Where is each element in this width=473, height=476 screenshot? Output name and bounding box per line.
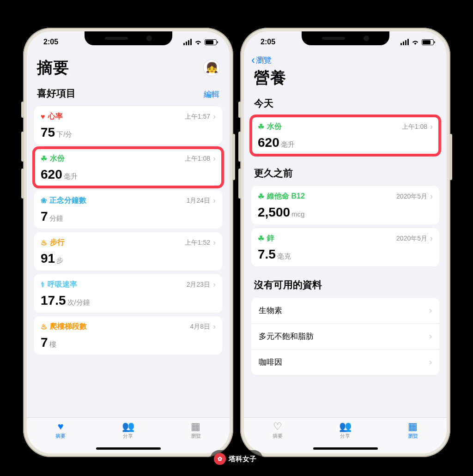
signal-icon: [183, 39, 192, 45]
category-label: 維他命 B12: [267, 192, 305, 201]
wifi-icon: [194, 39, 202, 45]
category-icon: ☘: [258, 234, 264, 243]
back-button[interactable]: ‹ 瀏覽: [244, 53, 447, 66]
card-left-1[interactable]: ☘水份上午1:08›620毫升: [34, 148, 222, 187]
grid-icon: ▦: [191, 422, 200, 432]
nodata-row[interactable]: 咖啡因›: [251, 349, 439, 375]
card-earlier-0[interactable]: ☘維他命 B122020年5月›2,500mcg: [251, 186, 439, 224]
tab-browse[interactable]: ▦ 瀏覽: [175, 422, 217, 440]
tab-share-label: 分享: [340, 433, 350, 440]
nutrition-scroll[interactable]: 今天 ☘水份上午1:08›620毫升 更久之前 ☘維他命 B122020年5月›…: [244, 92, 447, 417]
page-title: 營養: [254, 67, 286, 89]
edit-button[interactable]: 編輯: [204, 89, 219, 100]
tab-summary[interactable]: ♡ 摘要: [257, 422, 298, 440]
card-unit: 分鐘: [49, 214, 63, 223]
card-left-3[interactable]: ♨步行上午1:52›91步: [34, 232, 222, 271]
card-value: 7.5: [258, 247, 276, 262]
tab-browse[interactable]: ▦ 瀏覽: [392, 422, 434, 440]
card-time: 4月8日: [190, 323, 210, 331]
category-icon: ❀: [41, 196, 47, 205]
card-left-2[interactable]: ❀正念分鐘數1月24日›7分鐘: [34, 190, 222, 229]
card-value: 620: [41, 167, 62, 182]
chevron-right-icon: ›: [429, 357, 432, 367]
notch: [302, 31, 389, 45]
card-today-0[interactable]: ☘水份上午1:08›620毫升: [251, 116, 439, 155]
category-icon: ⚕: [41, 280, 45, 289]
category-label: 水份: [267, 122, 282, 132]
tab-share[interactable]: 👥 分享: [107, 422, 149, 440]
card-unit: 毫升: [281, 140, 295, 149]
card-earlier-1[interactable]: ☘鋅2020年5月›7.5毫克: [251, 228, 439, 266]
card-unit: 步: [56, 256, 63, 265]
chevron-right-icon: ›: [213, 322, 216, 331]
tab-share-label: 分享: [123, 433, 133, 440]
chevron-right-icon: ›: [213, 280, 216, 289]
people-icon: 👥: [122, 422, 134, 432]
heart-icon: ♥: [58, 422, 64, 432]
favorites-header: 喜好項目: [37, 87, 76, 100]
chevron-right-icon: ›: [429, 306, 432, 315]
card-unit: mcg: [291, 210, 304, 218]
nodata-row[interactable]: 多元不飽和脂肪›: [251, 324, 439, 349]
home-indicator[interactable]: [313, 447, 378, 450]
signal-icon: [400, 39, 409, 45]
category-label: 心率: [48, 112, 63, 121]
card-value: 75: [41, 125, 55, 140]
card-value: 7: [41, 335, 48, 350]
category-label: 爬樓梯段數: [50, 322, 87, 331]
wifi-icon: [411, 39, 419, 45]
card-time: 上午1:57: [185, 113, 210, 121]
heart-icon: ♡: [273, 422, 282, 432]
card-time: 2020年5月: [396, 235, 427, 243]
card-unit: 樓: [49, 340, 56, 349]
chevron-right-icon: ›: [430, 122, 433, 132]
category-icon: ♨: [41, 322, 47, 331]
profile-avatar[interactable]: 👧: [204, 60, 219, 76]
category-icon: ☘: [258, 192, 264, 201]
card-time: 2020年5月: [396, 193, 427, 201]
card-value: 7: [41, 209, 48, 224]
category-icon: ♨: [41, 238, 47, 247]
notch: [85, 31, 172, 45]
category-label: 鋅: [267, 234, 274, 243]
chevron-right-icon: ›: [213, 196, 216, 205]
card-left-0[interactable]: ♥心率上午1:57›75下/分: [34, 106, 222, 145]
chevron-right-icon: ›: [213, 238, 216, 247]
tab-share[interactable]: 👥 分享: [324, 422, 366, 440]
card-left-5[interactable]: ♨爬樓梯段數4月8日›7樓: [34, 316, 222, 355]
card-value: 17.5: [41, 293, 66, 308]
summary-scroll[interactable]: ♥心率上午1:57›75下/分☘水份上午1:08›620毫升❀正念分鐘數1月24…: [27, 102, 230, 417]
chevron-right-icon: ›: [213, 154, 216, 163]
phone-summary: 2:05 摘要 👧 喜好項目 編輯 ♥心率上午1:57›75下/分☘水份上午1:…: [23, 28, 233, 457]
people-icon: 👥: [339, 422, 352, 432]
category-label: 水份: [50, 154, 65, 163]
nodata-label: 多元不飽和脂肪: [259, 331, 314, 342]
nodata-label: 咖啡因: [259, 357, 282, 368]
tab-summary-label: 摘要: [273, 433, 283, 440]
category-label: 正念分鐘數: [49, 196, 86, 205]
card-left-4[interactable]: ⚕呼吸速率2月23日›17.5次/分鐘: [34, 274, 222, 313]
status-time: 2:05: [43, 38, 58, 46]
back-label: 瀏覽: [256, 55, 272, 66]
nodata-row[interactable]: 生物素›: [251, 298, 439, 324]
category-icon: ♥: [41, 113, 45, 121]
watermark-text: 塔科女子: [229, 455, 256, 464]
chevron-right-icon: ›: [430, 192, 433, 201]
battery-icon: [205, 39, 217, 45]
card-unit: 毫克: [277, 252, 291, 261]
category-label: 步行: [50, 238, 65, 247]
battery-icon: [422, 39, 434, 45]
card-time: 1月24日: [187, 197, 210, 205]
tab-browse-label: 瀏覽: [191, 433, 201, 440]
card-unit: 次/分鐘: [67, 298, 90, 307]
watermark: ✿塔科女子: [210, 450, 263, 468]
home-indicator[interactable]: [96, 447, 161, 450]
category-icon: ☘: [258, 122, 264, 131]
card-time: 上午1:08: [402, 123, 427, 131]
status-time: 2:05: [261, 38, 275, 46]
nodata-list: 生物素›多元不飽和脂肪›咖啡因›: [251, 298, 439, 375]
tab-summary[interactable]: ♥ 摘要: [40, 422, 81, 440]
card-value: 2,500: [258, 205, 290, 220]
chevron-right-icon: ›: [213, 112, 216, 121]
tab-browse-label: 瀏覽: [408, 433, 418, 440]
